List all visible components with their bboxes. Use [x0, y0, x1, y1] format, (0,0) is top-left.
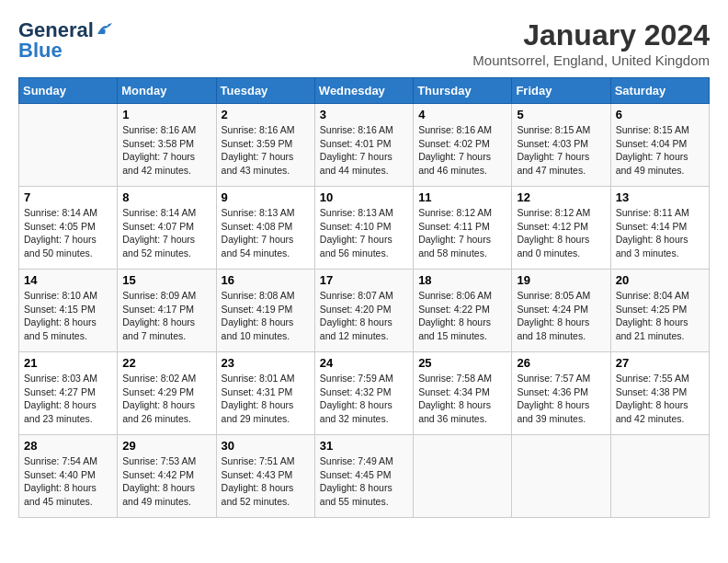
empty-cell: [512, 435, 610, 518]
calendar-day-29: 29Sunrise: 7:53 AMSunset: 4:42 PMDayligh…: [118, 435, 216, 518]
day-info: Sunrise: 8:07 AMSunset: 4:20 PMDaylight:…: [320, 289, 408, 343]
day-number: 4: [418, 108, 506, 121]
day-number: 3: [320, 108, 408, 121]
day-number: 23: [222, 356, 310, 370]
day-info: Sunrise: 8:14 AMSunset: 4:07 PMDaylight:…: [122, 206, 210, 260]
weekday-header-sunday: Sunday: [19, 78, 118, 104]
calendar-day-18: 18Sunrise: 8:06 AMSunset: 4:22 PMDayligh…: [414, 270, 512, 352]
calendar-day-16: 16Sunrise: 8:08 AMSunset: 4:19 PMDayligh…: [216, 270, 314, 352]
empty-cell: [610, 435, 709, 518]
day-number: 16: [222, 273, 310, 287]
location-subtitle: Mountsorrel, England, United Kingdom: [472, 52, 710, 68]
calendar-day-13: 13Sunrise: 8:11 AMSunset: 4:14 PMDayligh…: [610, 187, 709, 270]
weekday-header-row: SundayMondayTuesdayWednesdayThursdayFrid…: [19, 78, 710, 104]
day-number: 10: [320, 190, 408, 204]
weekday-header-friday: Friday: [512, 78, 610, 104]
calendar-day-15: 15Sunrise: 8:09 AMSunset: 4:17 PMDayligh…: [118, 270, 216, 352]
day-number: 27: [616, 356, 704, 370]
day-number: 14: [24, 273, 112, 287]
day-info: Sunrise: 8:15 AMSunset: 4:03 PMDaylight:…: [517, 123, 605, 178]
day-number: 12: [517, 190, 605, 204]
day-info: Sunrise: 8:13 AMSunset: 4:08 PMDaylight:…: [222, 206, 310, 260]
calendar-day-9: 9Sunrise: 8:13 AMSunset: 4:08 PMDaylight…: [216, 187, 314, 270]
calendar-day-25: 25Sunrise: 7:58 AMSunset: 4:34 PMDayligh…: [414, 352, 512, 435]
calendar-day-2: 2Sunrise: 8:16 AMSunset: 3:59 PMDaylight…: [216, 104, 314, 187]
day-number: 25: [418, 356, 506, 370]
day-info: Sunrise: 7:57 AMSunset: 4:36 PMDaylight:…: [517, 372, 605, 426]
day-number: 28: [24, 439, 112, 453]
calendar-day-24: 24Sunrise: 7:59 AMSunset: 4:32 PMDayligh…: [314, 352, 413, 435]
weekday-header-thursday: Thursday: [414, 78, 512, 104]
day-number: 2: [222, 108, 310, 121]
calendar-day-27: 27Sunrise: 7:55 AMSunset: 4:38 PMDayligh…: [610, 352, 709, 435]
day-number: 21: [24, 356, 112, 370]
calendar-day-17: 17Sunrise: 8:07 AMSunset: 4:20 PMDayligh…: [314, 270, 413, 352]
calendar-day-10: 10Sunrise: 8:13 AMSunset: 4:10 PMDayligh…: [314, 187, 413, 270]
day-number: 15: [122, 273, 210, 287]
empty-cell: [414, 435, 512, 518]
calendar-day-31: 31Sunrise: 7:49 AMSunset: 4:45 PMDayligh…: [314, 435, 413, 518]
day-info: Sunrise: 8:05 AMSunset: 4:24 PMDaylight:…: [517, 289, 605, 343]
day-info: Sunrise: 8:12 AMSunset: 4:12 PMDaylight:…: [517, 206, 605, 260]
calendar-day-7: 7Sunrise: 8:14 AMSunset: 4:05 PMDaylight…: [19, 187, 118, 270]
day-number: 26: [517, 356, 605, 370]
weekday-header-tuesday: Tuesday: [216, 78, 314, 104]
logo-blue: Blue: [18, 39, 63, 63]
calendar-day-19: 19Sunrise: 8:05 AMSunset: 4:24 PMDayligh…: [512, 270, 610, 352]
calendar-day-6: 6Sunrise: 8:15 AMSunset: 4:04 PMDaylight…: [610, 104, 709, 187]
day-info: Sunrise: 8:02 AMSunset: 4:29 PMDaylight:…: [122, 372, 210, 426]
day-info: Sunrise: 8:06 AMSunset: 4:22 PMDaylight:…: [418, 289, 506, 343]
day-info: Sunrise: 7:49 AMSunset: 4:45 PMDaylight:…: [320, 454, 408, 509]
day-info: Sunrise: 8:03 AMSunset: 4:27 PMDaylight:…: [24, 372, 112, 426]
calendar-day-26: 26Sunrise: 7:57 AMSunset: 4:36 PMDayligh…: [512, 352, 610, 435]
day-info: Sunrise: 7:51 AMSunset: 4:43 PMDaylight:…: [222, 454, 310, 509]
empty-cell: [19, 104, 118, 187]
calendar-day-8: 8Sunrise: 8:14 AMSunset: 4:07 PMDaylight…: [118, 187, 216, 270]
day-info: Sunrise: 8:14 AMSunset: 4:05 PMDaylight:…: [24, 206, 112, 260]
weekday-header-saturday: Saturday: [610, 78, 709, 104]
calendar-week-2: 7Sunrise: 8:14 AMSunset: 4:05 PMDaylight…: [19, 187, 710, 270]
day-number: 29: [122, 439, 210, 453]
day-number: 20: [616, 273, 704, 287]
day-info: Sunrise: 7:58 AMSunset: 4:34 PMDaylight:…: [418, 372, 506, 426]
day-number: 17: [320, 273, 408, 287]
day-number: 19: [517, 273, 605, 287]
day-number: 6: [616, 108, 704, 121]
calendar-day-11: 11Sunrise: 8:12 AMSunset: 4:11 PMDayligh…: [414, 187, 512, 270]
calendar-day-22: 22Sunrise: 8:02 AMSunset: 4:29 PMDayligh…: [118, 352, 216, 435]
weekday-header-wednesday: Wednesday: [314, 78, 413, 104]
day-info: Sunrise: 8:10 AMSunset: 4:15 PMDaylight:…: [24, 289, 112, 343]
calendar-day-21: 21Sunrise: 8:03 AMSunset: 4:27 PMDayligh…: [19, 352, 118, 435]
day-number: 13: [616, 190, 704, 204]
title-block: January 2024 Mountsorrel, England, Unite…: [472, 18, 710, 68]
calendar-week-3: 14Sunrise: 8:10 AMSunset: 4:15 PMDayligh…: [19, 270, 710, 352]
day-number: 5: [517, 108, 605, 121]
day-info: Sunrise: 8:04 AMSunset: 4:25 PMDaylight:…: [616, 289, 704, 343]
calendar-day-5: 5Sunrise: 8:15 AMSunset: 4:03 PMDaylight…: [512, 104, 610, 187]
day-number: 1: [122, 108, 210, 121]
calendar-table: SundayMondayTuesdayWednesdayThursdayFrid…: [18, 77, 710, 518]
calendar-day-1: 1Sunrise: 8:16 AMSunset: 3:58 PMDaylight…: [118, 104, 216, 187]
calendar-day-14: 14Sunrise: 8:10 AMSunset: 4:15 PMDayligh…: [19, 270, 118, 352]
day-info: Sunrise: 8:12 AMSunset: 4:11 PMDaylight:…: [418, 206, 506, 260]
month-title: January 2024: [472, 18, 710, 52]
day-info: Sunrise: 8:11 AMSunset: 4:14 PMDaylight:…: [616, 206, 704, 260]
day-number: 8: [122, 190, 210, 204]
calendar-day-28: 28Sunrise: 7:54 AMSunset: 4:40 PMDayligh…: [19, 435, 118, 518]
calendar-day-3: 3Sunrise: 8:16 AMSunset: 4:01 PMDaylight…: [314, 104, 413, 187]
day-info: Sunrise: 8:08 AMSunset: 4:19 PMDaylight:…: [222, 289, 310, 343]
day-number: 24: [320, 356, 408, 370]
calendar-day-30: 30Sunrise: 7:51 AMSunset: 4:43 PMDayligh…: [216, 435, 314, 518]
day-info: Sunrise: 8:15 AMSunset: 4:04 PMDaylight:…: [616, 123, 704, 178]
calendar-day-20: 20Sunrise: 8:04 AMSunset: 4:25 PMDayligh…: [610, 270, 709, 352]
day-info: Sunrise: 8:16 AMSunset: 3:59 PMDaylight:…: [222, 123, 310, 178]
weekday-header-monday: Monday: [118, 78, 216, 104]
day-info: Sunrise: 7:54 AMSunset: 4:40 PMDaylight:…: [24, 454, 112, 509]
calendar-day-23: 23Sunrise: 8:01 AMSunset: 4:31 PMDayligh…: [216, 352, 314, 435]
calendar-week-1: 1Sunrise: 8:16 AMSunset: 3:58 PMDaylight…: [19, 104, 710, 187]
day-number: 11: [418, 190, 506, 204]
day-number: 9: [222, 190, 310, 204]
day-number: 22: [122, 356, 210, 370]
day-info: Sunrise: 8:09 AMSunset: 4:17 PMDaylight:…: [122, 289, 210, 343]
day-number: 31: [320, 439, 408, 453]
